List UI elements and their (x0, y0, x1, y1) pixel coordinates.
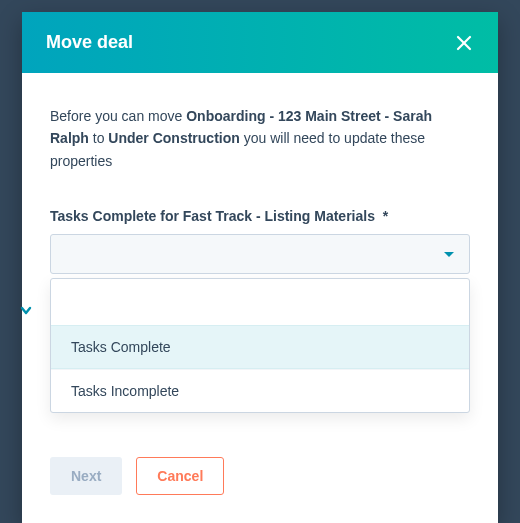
select-input[interactable] (50, 234, 470, 274)
required-asterisk: * (383, 208, 388, 224)
move-deal-modal: Move deal Before you can move Onboarding… (22, 12, 498, 523)
chevron-down-icon (443, 246, 455, 262)
expand-chevron-icon[interactable] (19, 303, 33, 317)
next-button[interactable]: Next (50, 457, 122, 495)
dropdown-option-label: Tasks Complete (71, 339, 171, 355)
dropdown-spacer (51, 279, 469, 325)
intro-target-stage: Under Construction (108, 130, 239, 146)
field-label-text: Tasks Complete for Fast Track - Listing … (50, 208, 375, 224)
modal-body: Before you can move Onboarding - 123 Mai… (22, 73, 498, 523)
next-button-label: Next (71, 468, 101, 484)
field-label: Tasks Complete for Fast Track - Listing … (50, 208, 470, 224)
intro-prefix: Before you can move (50, 108, 186, 124)
intro-middle: to (89, 130, 108, 146)
dropdown-option[interactable]: Tasks Complete (51, 325, 469, 369)
modal-header: Move deal (22, 12, 498, 73)
modal-actions: Next Cancel (50, 457, 470, 495)
dropdown-option-label: Tasks Incomplete (71, 383, 179, 399)
dropdown-option[interactable]: Tasks Incomplete (51, 369, 469, 412)
modal-title: Move deal (46, 32, 133, 53)
select-dropdown: Tasks Complete Tasks Incomplete (50, 278, 470, 413)
intro-text: Before you can move Onboarding - 123 Mai… (50, 105, 470, 172)
cancel-button-label: Cancel (157, 468, 203, 484)
cancel-button[interactable]: Cancel (136, 457, 224, 495)
close-button[interactable] (454, 33, 474, 53)
close-icon (456, 35, 472, 51)
modal-backdrop: Move deal Before you can move Onboarding… (0, 0, 520, 523)
